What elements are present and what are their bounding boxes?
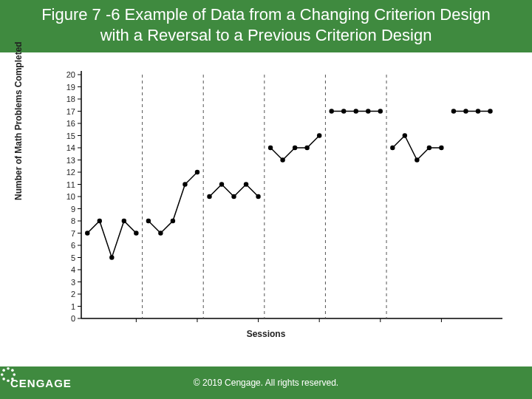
svg-text:0: 0 <box>71 314 75 323</box>
svg-point-91 <box>1 373 4 376</box>
svg-point-80 <box>390 146 395 150</box>
svg-point-92 <box>13 373 16 376</box>
svg-text:18: 18 <box>66 95 75 103</box>
svg-text:16: 16 <box>66 119 75 128</box>
svg-text:17: 17 <box>66 107 75 116</box>
chart-container: Number of Math Problems Completed 012345… <box>0 52 532 348</box>
svg-point-79 <box>378 109 383 113</box>
svg-point-84 <box>439 146 443 150</box>
svg-text:13: 13 <box>66 156 75 165</box>
svg-point-58 <box>122 219 126 223</box>
svg-point-73 <box>304 146 309 150</box>
svg-point-93 <box>2 369 5 372</box>
footer-bar: CENGAGE © 2019 Cengage. All rights reser… <box>0 366 532 399</box>
svg-point-74 <box>317 133 321 137</box>
svg-text:2: 2 <box>71 290 75 299</box>
svg-point-82 <box>415 157 419 162</box>
svg-text:10: 10 <box>66 192 75 201</box>
svg-point-81 <box>403 133 407 137</box>
svg-point-72 <box>293 146 297 150</box>
svg-point-96 <box>11 369 14 372</box>
svg-point-75 <box>329 109 333 113</box>
svg-point-62 <box>171 219 175 223</box>
svg-point-76 <box>341 109 346 113</box>
svg-point-60 <box>146 219 151 223</box>
svg-text:8: 8 <box>71 216 75 225</box>
svg-text:6: 6 <box>71 241 75 250</box>
svg-text:9: 9 <box>71 205 75 214</box>
svg-point-65 <box>207 194 211 199</box>
svg-text:11: 11 <box>66 180 75 189</box>
svg-text:7: 7 <box>71 229 75 238</box>
svg-point-86 <box>463 109 468 113</box>
svg-point-55 <box>85 231 89 235</box>
svg-text:20: 20 <box>66 70 75 79</box>
svg-point-87 <box>476 109 480 113</box>
svg-point-56 <box>98 219 102 223</box>
svg-point-88 <box>488 109 492 113</box>
svg-point-78 <box>366 109 370 113</box>
svg-point-83 <box>427 146 432 150</box>
svg-text:3: 3 <box>71 278 75 287</box>
svg-point-69 <box>256 194 260 199</box>
svg-point-71 <box>280 157 284 162</box>
svg-text:15: 15 <box>66 132 75 140</box>
svg-text:19: 19 <box>66 83 75 92</box>
svg-point-63 <box>183 182 187 186</box>
copyright-text: © 2019 Cengage. All rights reserved. <box>0 378 532 388</box>
x-axis-label: Sessions <box>0 329 532 339</box>
svg-point-64 <box>195 170 200 174</box>
svg-text:14: 14 <box>66 143 75 152</box>
chart-plot: 01234567891011121314151617181920 <box>0 52 532 348</box>
svg-text:1: 1 <box>71 302 75 311</box>
svg-point-70 <box>268 146 273 150</box>
svg-point-59 <box>134 231 138 235</box>
svg-point-85 <box>451 109 456 113</box>
svg-point-66 <box>219 182 224 186</box>
svg-point-68 <box>244 182 248 186</box>
svg-point-61 <box>158 231 163 235</box>
svg-text:4: 4 <box>71 265 75 274</box>
figure-title: Figure 7 -6 Example of Data from a Chang… <box>0 0 532 52</box>
svg-point-77 <box>354 109 358 113</box>
svg-point-67 <box>231 194 236 199</box>
svg-text:12: 12 <box>66 168 75 177</box>
svg-point-57 <box>109 255 114 259</box>
svg-text:5: 5 <box>71 253 75 262</box>
svg-point-89 <box>7 367 10 370</box>
